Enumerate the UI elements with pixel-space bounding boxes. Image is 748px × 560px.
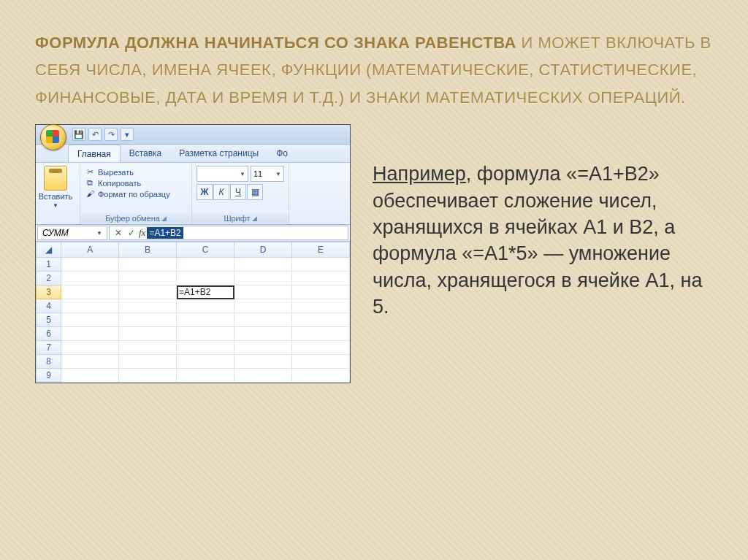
clipboard-caption: Буфер обмена◢ <box>80 213 191 223</box>
row-header[interactable]: 4 <box>37 299 61 313</box>
select-all-button[interactable]: ◢ <box>37 242 61 258</box>
format-label: Формат по образцу <box>98 190 170 199</box>
excel-titlebar: 💾 ↶ ↷ ▾ <box>36 125 350 145</box>
bold-button[interactable]: Ж <box>196 184 213 200</box>
border-button[interactable]: ▦ <box>247 184 263 200</box>
copy-icon: ⧉ <box>85 178 95 188</box>
formula-bar: СУММ▼ ✕ ✓ fx =A1+B2 <box>36 225 350 242</box>
row-header[interactable]: 9 <box>37 369 61 383</box>
paste-button[interactable]: Вставить ▼ <box>40 166 71 209</box>
example-lead: Например <box>373 163 466 185</box>
col-header[interactable]: D <box>234 242 292 258</box>
copy-button[interactable]: ⧉Копировать <box>85 178 187 188</box>
paste-label: Вставить <box>39 192 73 201</box>
row-header[interactable]: 6 <box>37 327 61 341</box>
font-caption: Шрифт◢ <box>192 213 289 223</box>
excel-screenshot: 💾 ↶ ↷ ▾ Главная Вставка Разметка страниц… <box>35 124 351 383</box>
row-header[interactable]: 2 <box>37 272 61 285</box>
redo-icon[interactable]: ↷ <box>104 128 118 141</box>
tab-home[interactable]: Главная <box>68 145 121 162</box>
italic-button[interactable]: К <box>213 184 229 200</box>
tab-truncated[interactable]: Фо <box>267 145 297 162</box>
format-painter-button[interactable]: 🖌Формат по образцу <box>85 189 187 199</box>
clipboard-group: ✂Вырезать ⧉Копировать 🖌Формат по образцу… <box>80 163 192 224</box>
font-group: ▼ 11▼ Ж К Ч ▦ Шрифт◢ <box>192 163 289 224</box>
ribbon-tabs: Главная Вставка Разметка страницы Фо <box>36 145 350 163</box>
office-button-icon[interactable] <box>40 124 66 150</box>
col-header[interactable]: B <box>119 242 177 258</box>
col-header[interactable]: A <box>61 242 119 258</box>
cancel-icon[interactable]: ✕ <box>112 228 124 238</box>
row-header[interactable]: 3 <box>37 285 61 299</box>
selected-cell[interactable]: =A1+B2 <box>177 285 234 299</box>
brush-icon: 🖌 <box>85 189 95 199</box>
ribbon: Вставить ▼ ✂Вырезать ⧉Копировать 🖌Формат… <box>36 163 350 225</box>
paste-icon <box>44 166 67 191</box>
title-bold: ФОРМУЛА ДОЛЖНА НАЧИНАТЬСЯ СО ЗНАКА РАВЕН… <box>35 34 516 52</box>
quick-access-toolbar: 💾 ↶ ↷ ▾ <box>72 128 134 141</box>
column-headers: ◢ A B C D E <box>37 242 350 258</box>
qat-more-icon[interactable]: ▾ <box>121 128 134 141</box>
font-size-select[interactable]: 11▼ <box>251 166 284 182</box>
undo-icon[interactable]: ↶ <box>88 128 102 141</box>
row-header[interactable]: 5 <box>37 313 61 327</box>
body-text: Например, формула «=А1+В2» обеспечивает … <box>373 161 713 321</box>
scissors-icon: ✂ <box>85 167 95 177</box>
row-header[interactable]: 7 <box>37 341 61 355</box>
col-header[interactable]: C <box>177 242 234 258</box>
row-header[interactable]: 8 <box>37 355 61 369</box>
example-text: , формула «=А1+В2» обеспечивает сложение… <box>373 163 703 318</box>
fx-icon[interactable]: fx <box>139 227 145 239</box>
name-box[interactable]: СУММ▼ <box>37 226 107 240</box>
formula-input[interactable]: ✕ ✓ fx =A1+B2 <box>109 226 348 240</box>
tab-page-layout[interactable]: Разметка страницы <box>170 145 267 162</box>
enter-icon[interactable]: ✓ <box>126 228 137 238</box>
cut-label: Вырезать <box>98 168 134 177</box>
copy-label: Копировать <box>98 179 141 188</box>
slide-title: ФОРМУЛА ДОЛЖНА НАЧИНАТЬСЯ СО ЗНАКА РАВЕН… <box>35 29 713 111</box>
paste-group: Вставить ▼ <box>36 163 80 224</box>
cut-button[interactable]: ✂Вырезать <box>85 167 187 177</box>
font-name-select[interactable]: ▼ <box>196 166 248 182</box>
underline-button[interactable]: Ч <box>230 184 246 200</box>
row-header[interactable]: 1 <box>37 258 61 272</box>
formula-value: =A1+B2 <box>147 227 183 239</box>
worksheet-grid[interactable]: ◢ A B C D E 1 2 3=A1+B2 4 5 6 7 <box>36 242 350 383</box>
tab-insert[interactable]: Вставка <box>121 145 171 162</box>
col-header[interactable]: E <box>291 242 349 258</box>
save-icon[interactable]: 💾 <box>72 128 85 141</box>
